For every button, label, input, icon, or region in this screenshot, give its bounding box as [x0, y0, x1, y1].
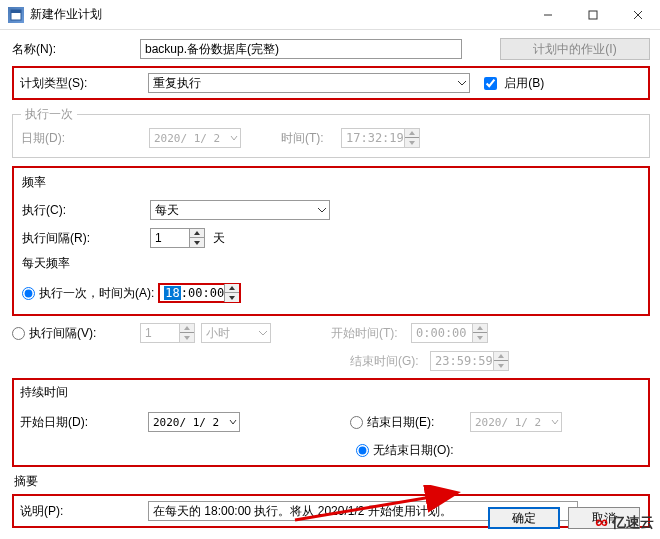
- daily-interval-input: [141, 326, 179, 340]
- enable-checkbox[interactable]: [484, 77, 497, 90]
- svg-rect-1: [11, 10, 21, 13]
- chevron-down-icon: [258, 328, 268, 338]
- summary-legend: 摘要: [14, 473, 650, 490]
- freq-interval-label: 执行间隔(R):: [22, 230, 150, 247]
- cloud-icon: ∞: [595, 512, 608, 533]
- daily-once-time-input[interactable]: 18:00:00: [158, 283, 241, 303]
- no-end-radio-wrap[interactable]: 无结束日期(O):: [356, 442, 454, 459]
- name-label: 名称(N):: [12, 41, 140, 58]
- spin-down-icon: [405, 138, 419, 147]
- once-time-input: 17:32:19: [341, 128, 420, 148]
- chevron-down-icon: [229, 418, 237, 426]
- daily-interval-unit-combo: 小时: [201, 323, 271, 343]
- name-input[interactable]: [140, 39, 462, 59]
- duration-end-input: 2020/ 1/ 2: [470, 412, 562, 432]
- freq-interval-input[interactable]: [151, 231, 189, 245]
- spin-up-icon: [494, 352, 508, 361]
- spin-down-icon[interactable]: [190, 238, 204, 247]
- spin-up-icon: [405, 129, 419, 138]
- once-date-input: 2020/ 1/ 2: [149, 128, 241, 148]
- once-legend: 执行一次: [21, 106, 77, 123]
- daily-interval-label: 执行间隔(V):: [29, 325, 96, 342]
- freq-exec-label: 执行(C):: [22, 202, 150, 219]
- plan-type-label: 计划类型(S):: [20, 75, 148, 92]
- freq-interval-unit: 天: [213, 230, 225, 247]
- chevron-down-icon: [317, 205, 327, 215]
- spin-down-icon: [473, 333, 487, 342]
- spin-up-icon[interactable]: [225, 284, 239, 293]
- spin-down-icon: [494, 361, 508, 370]
- once-fieldset: 执行一次 日期(D): 2020/ 1/ 2 时间(T): 17:32:19: [12, 106, 650, 158]
- maximize-button[interactable]: [570, 0, 615, 30]
- spin-down-icon: [180, 333, 194, 342]
- window-icon: [8, 7, 24, 23]
- svg-rect-3: [589, 11, 597, 19]
- freq-interval-spinner[interactable]: [150, 228, 205, 248]
- watermark: ∞ 亿速云: [595, 512, 654, 533]
- titlebar: 新建作业计划: [0, 0, 660, 30]
- daily-end-input: 23:59:59: [430, 351, 509, 371]
- daily-interval-radio-wrap[interactable]: 执行间隔(V):: [12, 325, 140, 342]
- frequency-highlight: 频率 执行(C): 每天 执行间隔(R): 天 每天: [12, 166, 650, 316]
- daily-start-label: 开始时间(T):: [331, 325, 411, 342]
- no-end-radio[interactable]: [356, 444, 369, 457]
- minimize-button[interactable]: [525, 0, 570, 30]
- daily-start-input: 0:00:00: [411, 323, 488, 343]
- end-date-label: 结束日期(E):: [367, 414, 434, 431]
- daily-end-label: 结束时间(G):: [350, 353, 430, 370]
- once-time-label: 时间(T):: [281, 130, 341, 147]
- freq-exec-combo[interactable]: 每天: [150, 200, 330, 220]
- duration-highlight: 持续时间 开始日期(D): 2020/ 1/ 2 结束日期(E): 2020/ …: [12, 378, 650, 467]
- close-button[interactable]: [615, 0, 660, 30]
- spin-up-icon[interactable]: [190, 229, 204, 238]
- plan-type-combo[interactable]: 重复执行: [148, 73, 470, 93]
- spin-down-icon[interactable]: [225, 293, 239, 302]
- no-end-label: 无结束日期(O):: [373, 442, 454, 459]
- plan-type-highlight: 计划类型(S): 重复执行 启用(B): [12, 66, 650, 100]
- once-date-label: 日期(D):: [21, 130, 149, 147]
- duration-start-input[interactable]: 2020/ 1/ 2: [148, 412, 240, 432]
- daily-once-label: 执行一次，时间为(A):: [39, 285, 154, 302]
- daily-legend: 每天频率: [22, 255, 640, 272]
- enable-label: 启用(B): [504, 76, 544, 90]
- plan-type-value: 重复执行: [153, 75, 457, 92]
- enable-checkbox-wrap[interactable]: 启用(B): [484, 75, 544, 92]
- daily-once-radio[interactable]: [22, 287, 35, 300]
- daily-interval-radio[interactable]: [12, 327, 25, 340]
- ok-button[interactable]: 确定: [488, 507, 560, 529]
- chevron-down-icon: [230, 134, 238, 142]
- duration-start-label: 开始日期(D):: [20, 414, 148, 431]
- freq-legend: 频率: [22, 174, 640, 191]
- duration-legend: 持续时间: [20, 384, 642, 401]
- chevron-down-icon: [457, 78, 467, 88]
- daily-once-radio-wrap[interactable]: 执行一次，时间为(A):: [22, 285, 154, 302]
- spin-up-icon: [180, 324, 194, 333]
- daily-interval-spinner: [140, 323, 195, 343]
- end-date-radio[interactable]: [350, 416, 363, 429]
- jobs-in-plan-button: 计划中的作业(I): [500, 38, 650, 60]
- spin-up-icon: [473, 324, 487, 333]
- window-title: 新建作业计划: [30, 6, 102, 23]
- chevron-down-icon: [551, 418, 559, 426]
- end-date-radio-wrap[interactable]: 结束日期(E):: [350, 414, 470, 431]
- summary-label: 说明(P):: [20, 503, 148, 520]
